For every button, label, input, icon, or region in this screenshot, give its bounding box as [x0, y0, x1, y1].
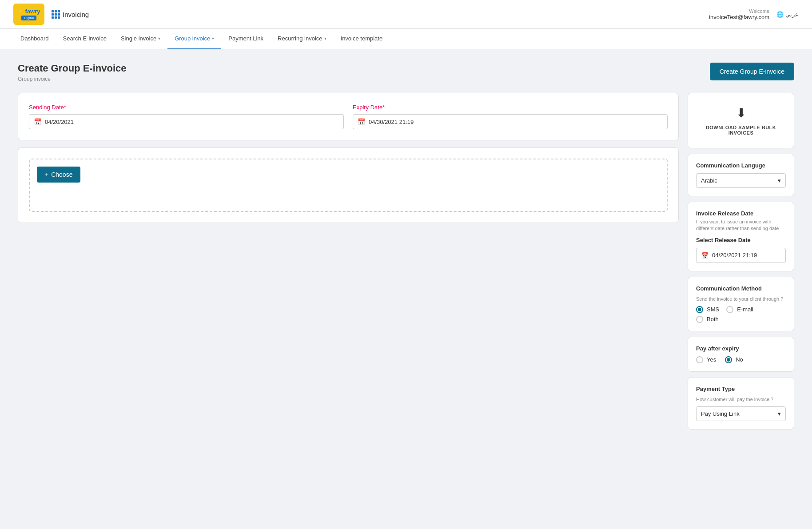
choose-button[interactable]: + Choose	[37, 167, 80, 183]
payment-type-select[interactable]: Pay Using Link ▾	[696, 406, 786, 421]
globe-icon: 🌐	[776, 11, 784, 18]
comm-language-value: Arabic	[701, 177, 717, 184]
nav-search-einvoice[interactable]: Search E-invoice	[56, 29, 114, 49]
header-right: Welcome invoiceTest@fawry.com 🌐 عربي	[709, 8, 799, 20]
comm-method-title: Communication Method	[696, 285, 786, 292]
calendar-icon: 📅	[34, 118, 41, 125]
expiry-date-input[interactable]	[369, 119, 663, 125]
welcome-email: invoiceTest@fawry.com	[709, 14, 769, 20]
nav-recurring-invoice[interactable]: Recurring invoice ▾	[271, 29, 333, 49]
download-icon: ⬇	[736, 106, 746, 120]
release-date-title: Invoice Release Date	[696, 210, 786, 217]
nav-dashboard[interactable]: Dashboard	[13, 29, 56, 49]
payment-type-card: Payment Type How customer will pay the i…	[688, 377, 794, 430]
header: ⚡ fawry Digital Invoicing Welcome invoic…	[0, 0, 812, 29]
expiry-date-input-wrap[interactable]: 📅	[353, 114, 668, 129]
no-label: No	[736, 356, 743, 363]
comm-language-select[interactable]: Arabic ▾	[696, 173, 786, 188]
download-area[interactable]: ⬇ DOWNLOAD SAMPLE BULK INVOICES	[696, 101, 786, 140]
comm-language-card: Communication Languge Arabic ▾	[688, 154, 794, 196]
no-radio-button[interactable]	[725, 356, 732, 363]
nav-single-invoice[interactable]: Single invoice ▾	[114, 29, 167, 49]
yes-radio-row[interactable]: Yes	[696, 356, 716, 363]
upload-area: + Choose	[29, 159, 668, 212]
comm-method-card: Communication Method Send the invoice to…	[688, 277, 794, 331]
release-date-desc: If you want to issue an invoice with dif…	[696, 219, 786, 232]
welcome-block: Welcome invoiceTest@fawry.com	[709, 8, 769, 20]
calendar-icon: 📅	[701, 252, 709, 259]
both-label: Both	[707, 316, 719, 322]
welcome-label: Welcome	[709, 8, 769, 14]
content-layout: Sending Date* 📅 Expiry Date* 📅	[18, 93, 794, 435]
fawry-logo: ⚡ fawry Digital	[13, 4, 44, 25]
upload-card: + Choose	[18, 147, 679, 223]
sms-radio-row[interactable]: SMS	[696, 306, 719, 313]
download-label: DOWNLOAD SAMPLE BULK INVOICES	[696, 125, 786, 135]
page-title-block: Create Group E-invoice Group invoice	[18, 63, 127, 82]
payment-type-desc: How customer will pay the invoice ?	[696, 397, 786, 402]
header-left: ⚡ fawry Digital Invoicing	[13, 4, 89, 25]
download-sample-card[interactable]: ⬇ DOWNLOAD SAMPLE BULK INVOICES	[688, 93, 794, 148]
both-radio-button[interactable]	[696, 316, 703, 323]
comm-method-radio-group: SMS E-mail Both	[696, 306, 786, 323]
yes-label: Yes	[707, 356, 716, 363]
dates-card: Sending Date* 📅 Expiry Date* 📅	[18, 93, 679, 140]
plus-icon: +	[45, 171, 48, 178]
right-panel: ⬇ DOWNLOAD SAMPLE BULK INVOICES Communic…	[688, 93, 794, 435]
comm-language-label: Communication Languge	[696, 162, 786, 169]
both-radio-row[interactable]: Both	[696, 316, 786, 323]
dates-row: Sending Date* 📅 Expiry Date* 📅	[29, 104, 668, 129]
invoicing-text: Invoicing	[63, 11, 89, 18]
chevron-down-icon: ▾	[212, 36, 214, 41]
chevron-down-icon: ▾	[778, 177, 781, 184]
sending-date-input[interactable]	[45, 119, 339, 125]
pay-expiry-title: Pay after expiry	[696, 345, 786, 352]
page-title: Create Group E-invoice	[18, 63, 127, 74]
language-button[interactable]: 🌐 عربي	[776, 11, 799, 18]
release-date-input-wrap[interactable]: 📅	[696, 248, 786, 263]
sending-date-input-wrap[interactable]: 📅	[29, 114, 344, 129]
no-radio-row[interactable]: No	[725, 356, 743, 363]
sms-label: SMS	[707, 306, 719, 313]
chevron-down-icon: ▾	[158, 36, 160, 41]
release-date-input[interactable]	[712, 252, 781, 259]
calendar-icon: 📅	[358, 118, 365, 125]
release-date-card: Invoice Release Date If you want to issu…	[688, 202, 794, 271]
nav-group-invoice[interactable]: Group invoice ▾	[167, 29, 221, 49]
chevron-down-icon: ▾	[778, 410, 781, 417]
sms-radio-button[interactable]	[696, 306, 703, 313]
chevron-down-icon: ▾	[324, 36, 326, 41]
page-header: Create Group E-invoice Group invoice Cre…	[18, 63, 794, 82]
nav-payment-link[interactable]: Payment Link	[221, 29, 271, 49]
expiry-date-field: Expiry Date* 📅	[353, 104, 668, 129]
select-release-label: Select Release Date	[696, 237, 786, 243]
email-radio-row[interactable]: E-mail	[726, 306, 753, 313]
navbar: Dashboard Search E-invoice Single invoic…	[0, 29, 812, 49]
email-label: E-mail	[737, 306, 753, 313]
logo-sub: Digital	[21, 16, 36, 20]
logo-text: fawry	[25, 8, 40, 15]
yes-radio-button[interactable]	[696, 356, 703, 363]
sending-date-label: Sending Date*	[29, 104, 344, 111]
payment-type-title: Payment Type	[696, 386, 786, 392]
comm-method-desc: Send the invoice to your client through …	[696, 296, 786, 302]
nav-invoice-template[interactable]: Invoice template	[334, 29, 390, 49]
lang-label: عربي	[785, 11, 799, 18]
breadcrumb: Group invoice	[18, 76, 127, 82]
email-radio-button[interactable]	[726, 306, 733, 313]
payment-type-value: Pay Using Link	[701, 410, 740, 417]
pay-expiry-card: Pay after expiry Yes No	[688, 337, 794, 372]
create-group-einvoice-button[interactable]: Create Group E-invoice	[710, 63, 794, 80]
invoicing-label: Invoicing	[52, 10, 89, 19]
grid-icon	[52, 10, 60, 19]
main-content: Create Group E-invoice Group invoice Cre…	[0, 49, 812, 448]
expiry-date-label: Expiry Date*	[353, 104, 668, 111]
left-panel: Sending Date* 📅 Expiry Date* 📅	[18, 93, 679, 223]
sending-date-field: Sending Date* 📅	[29, 104, 344, 129]
